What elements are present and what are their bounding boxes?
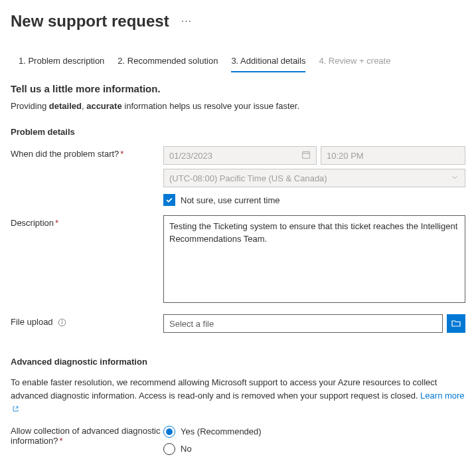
calendar-icon bbox=[301, 150, 311, 161]
advanced-text: To enable faster resolution, we recommen… bbox=[11, 377, 437, 401]
learn-more-link[interactable]: Learn more bbox=[420, 391, 464, 401]
chevron-down-icon bbox=[450, 173, 459, 184]
tab-problem-description[interactable]: 1. Problem description bbox=[19, 56, 104, 72]
radio-no[interactable]: No bbox=[163, 443, 465, 455]
intro-heading: Tell us a little more information. bbox=[11, 83, 465, 94]
intro-prefix: Providing bbox=[11, 101, 49, 111]
radio-no-label: No bbox=[181, 444, 192, 454]
advanced-title: Advanced diagnostic information bbox=[11, 357, 465, 367]
svg-point-6 bbox=[62, 321, 62, 322]
check-icon bbox=[165, 196, 173, 204]
advanced-description: To enable faster resolution, we recommen… bbox=[11, 376, 465, 415]
tab-additional-details[interactable]: 3. Additional details bbox=[231, 56, 305, 72]
timezone-select[interactable]: (UTC-08:00) Pacific Time (US & Canada) bbox=[163, 169, 465, 187]
tab-review-create: 4. Review + create bbox=[319, 56, 390, 72]
radio-circle-checked bbox=[163, 426, 175, 438]
folder-icon bbox=[451, 318, 461, 329]
intro-bold1: detailed bbox=[49, 101, 82, 111]
date-value: 01/23/2023 bbox=[169, 151, 212, 161]
not-sure-checkbox[interactable] bbox=[163, 194, 175, 206]
file-browse-button[interactable] bbox=[447, 314, 465, 333]
when-label-text: When did the problem start? bbox=[11, 149, 119, 159]
intro-subtext: Providing detailed, accurate information… bbox=[11, 101, 465, 111]
info-icon[interactable] bbox=[58, 318, 66, 327]
description-label-text: Description bbox=[11, 218, 54, 228]
allow-label-text: Allow collection of advanced diagnostic … bbox=[11, 426, 160, 446]
description-textarea[interactable] bbox=[163, 215, 465, 303]
date-input[interactable]: 01/23/2023 bbox=[163, 146, 317, 165]
timezone-value: (UTC-08:00) Pacific Time (US & Canada) bbox=[169, 173, 327, 183]
description-label: Description* bbox=[11, 215, 163, 228]
radio-circle-unchecked bbox=[163, 443, 175, 455]
wizard-tabs: 1. Problem description 2. Recommended so… bbox=[0, 44, 476, 72]
radio-yes[interactable]: Yes (Recommended) bbox=[163, 426, 465, 438]
file-upload-label: File upload bbox=[11, 314, 163, 327]
intro-suffix: information helps us resolve your issue … bbox=[122, 101, 299, 111]
external-link-icon bbox=[12, 405, 19, 413]
svg-line-7 bbox=[16, 407, 18, 409]
problem-details-title: Problem details bbox=[11, 127, 465, 137]
allow-collection-label: Allow collection of advanced diagnostic … bbox=[11, 426, 163, 446]
required-indicator: * bbox=[60, 436, 63, 446]
file-select-input[interactable]: Select a file bbox=[163, 314, 443, 333]
when-start-label: When did the problem start?* bbox=[11, 146, 163, 159]
not-sure-label: Not sure, use current time bbox=[181, 195, 280, 205]
file-label-text: File upload bbox=[11, 317, 53, 327]
page-title: New support request bbox=[11, 12, 169, 31]
radio-yes-label: Yes (Recommended) bbox=[181, 426, 262, 436]
time-input[interactable]: 10:20 PM bbox=[321, 146, 465, 165]
required-indicator: * bbox=[55, 218, 58, 228]
svg-rect-0 bbox=[303, 151, 310, 158]
time-value: 10:20 PM bbox=[327, 151, 364, 161]
more-actions-button[interactable]: ··· bbox=[181, 16, 192, 27]
intro-bold2: accurate bbox=[86, 101, 121, 111]
required-indicator: * bbox=[120, 149, 123, 159]
tab-recommended-solution[interactable]: 2. Recommended solution bbox=[118, 56, 218, 72]
file-placeholder: Select a file bbox=[169, 319, 214, 329]
